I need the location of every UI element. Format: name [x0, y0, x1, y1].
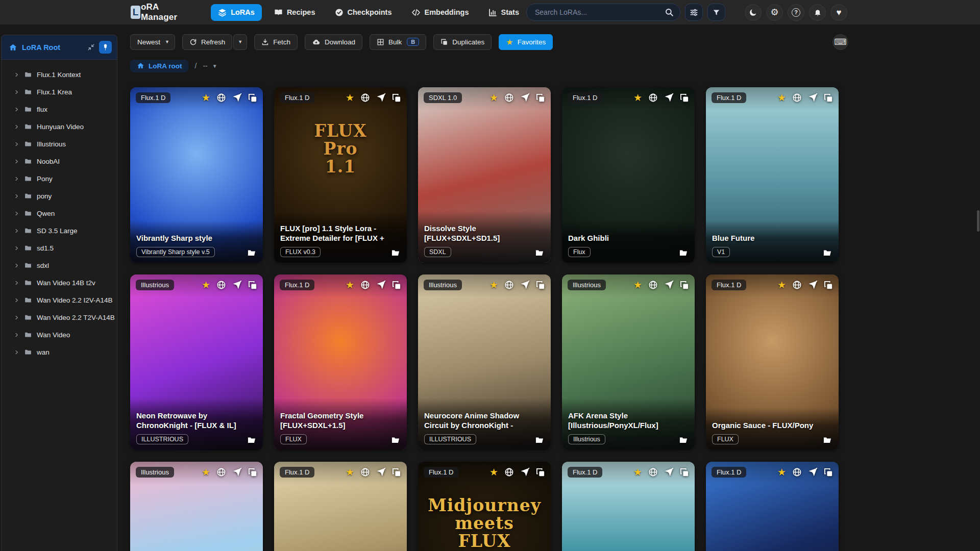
copy-icon[interactable]	[824, 281, 833, 290]
chevron-right-icon[interactable]	[14, 349, 19, 355]
open-folder-icon[interactable]	[390, 248, 401, 257]
globe-icon[interactable]	[504, 93, 514, 103]
app-logo[interactable]: L oRA Manager	[131, 2, 182, 22]
lora-card[interactable]: Flux.1 D ★	[274, 462, 407, 551]
favorite-star-icon[interactable]: ★	[202, 93, 210, 103]
keyboard-shortcuts-button[interactable]: ⌨	[832, 34, 848, 50]
globe-icon[interactable]	[792, 467, 802, 477]
sidebar-header[interactable]: LoRA Root	[2, 35, 117, 60]
favorite-star-icon[interactable]: ★	[489, 280, 498, 290]
send-icon[interactable]	[232, 93, 242, 103]
collapse-tree-icon[interactable]	[87, 43, 95, 51]
copy-icon[interactable]	[536, 93, 545, 103]
duplicates-button[interactable]: Duplicates	[433, 34, 492, 50]
download-button[interactable]: Download	[305, 34, 362, 50]
send-icon[interactable]	[376, 93, 386, 103]
copy-icon[interactable]	[392, 468, 401, 477]
tab-recipes[interactable]: Recipes	[267, 4, 323, 21]
globe-icon[interactable]	[504, 280, 514, 290]
folder-tree-item[interactable]: Pony	[2, 170, 117, 187]
chevron-right-icon[interactable]	[14, 141, 19, 147]
send-icon[interactable]	[520, 467, 530, 477]
settings-button[interactable]: ⚙	[766, 4, 783, 21]
copy-icon[interactable]	[680, 93, 689, 103]
copy-icon[interactable]	[536, 468, 545, 477]
folder-tree-item[interactable]: Illustrious	[2, 135, 117, 153]
folder-tree-item[interactable]: Qwen	[2, 205, 117, 222]
globe-icon[interactable]	[648, 467, 658, 477]
send-icon[interactable]	[808, 93, 818, 103]
folder-tree-item[interactable]: Wan Video	[2, 326, 117, 343]
copy-icon[interactable]	[824, 93, 833, 103]
open-folder-icon[interactable]	[678, 248, 689, 257]
copy-icon[interactable]	[680, 468, 689, 477]
globe-icon[interactable]	[360, 467, 370, 477]
folder-tree-item[interactable]: pony	[2, 187, 117, 205]
copy-icon[interactable]	[536, 281, 545, 290]
folder-tree-item[interactable]: wan	[2, 343, 117, 361]
lora-card[interactable]: Flux.1 D ★ Vibrantly Sharp style Vibrant…	[130, 87, 263, 263]
lora-card[interactable]: Illustrious ★ Neurocore Anime Shadow Cir…	[418, 274, 551, 450]
favorite-star-icon[interactable]: ★	[346, 93, 354, 103]
search-box[interactable]	[526, 4, 680, 21]
open-folder-icon[interactable]	[822, 248, 832, 257]
tab-loras[interactable]: LoRAs	[211, 4, 262, 21]
folder-tree-item[interactable]: Flux.1 Krea	[2, 83, 117, 101]
open-folder-icon[interactable]	[247, 248, 257, 257]
lora-card[interactable]: Flux.1 D ★ Fractal Geometry Style [FLUX+…	[274, 274, 407, 450]
favorites-filter-button[interactable]: ★ Favorites	[499, 34, 553, 50]
globe-icon[interactable]	[792, 280, 802, 290]
search-settings-button[interactable]	[685, 4, 703, 21]
open-folder-icon[interactable]	[822, 436, 832, 444]
filter-button[interactable]	[707, 4, 725, 21]
breadcrumb-folder-select[interactable]: -- ▼	[203, 62, 217, 70]
globe-icon[interactable]	[360, 93, 370, 103]
globe-icon[interactable]	[504, 467, 514, 477]
favorite-star-icon[interactable]: ★	[489, 93, 498, 103]
send-icon[interactable]	[664, 280, 674, 290]
refresh-button[interactable]: Refresh	[182, 34, 232, 50]
lora-card[interactable]: Flux.1 D ★ Dark Ghibli Flux	[562, 87, 695, 263]
lora-card[interactable]: Illustrious ★ Neon Retrowave by ChronoKn…	[130, 274, 263, 450]
open-folder-icon[interactable]	[534, 248, 545, 257]
copy-icon[interactable]	[824, 468, 833, 477]
globe-icon[interactable]	[792, 93, 802, 103]
favorite-star-icon[interactable]: ★	[633, 280, 642, 290]
globe-icon[interactable]	[648, 280, 658, 290]
chevron-right-icon[interactable]	[14, 280, 19, 286]
chevron-right-icon[interactable]	[14, 211, 19, 216]
lora-card[interactable]: Flux.1 D ★ Blue Future V1	[706, 87, 839, 263]
globe-icon[interactable]	[648, 93, 658, 103]
favorite-star-icon[interactable]: ★	[489, 467, 498, 477]
send-icon[interactable]	[520, 93, 530, 103]
support-button[interactable]: ♥	[830, 4, 847, 21]
copy-icon[interactable]	[392, 93, 401, 103]
chevron-right-icon[interactable]	[14, 176, 19, 182]
refresh-options-button[interactable]: ▼	[233, 34, 247, 50]
chevron-right-icon[interactable]	[14, 297, 19, 303]
scrollbar-thumb[interactable]	[977, 210, 979, 232]
favorite-star-icon[interactable]: ★	[777, 93, 786, 103]
send-icon[interactable]	[520, 280, 530, 290]
lora-card[interactable]: Illustrious ★	[130, 462, 263, 551]
favorite-star-icon[interactable]: ★	[633, 467, 642, 477]
chevron-right-icon[interactable]	[14, 332, 19, 338]
tab-embeddings[interactable]: Embeddings	[404, 4, 476, 21]
folder-tree-item[interactable]: Hunyuan Video	[2, 118, 117, 135]
folder-tree-item[interactable]: sdxl	[2, 257, 117, 274]
send-icon[interactable]	[664, 467, 674, 477]
favorite-star-icon[interactable]: ★	[202, 280, 210, 290]
sort-select[interactable]: Newest ▼	[130, 34, 175, 50]
folder-tree-item[interactable]: Wan Video 2.2 T2V-A14B	[2, 309, 117, 326]
chevron-right-icon[interactable]	[14, 315, 19, 320]
folder-tree-item[interactable]: Flux.1 Kontext	[2, 66, 117, 83]
folder-tree-item[interactable]: flux	[2, 101, 117, 118]
send-icon[interactable]	[664, 93, 674, 103]
notifications-button[interactable]	[809, 4, 826, 21]
globe-icon[interactable]	[360, 280, 370, 290]
tab-stats[interactable]: Stats	[481, 4, 526, 21]
copy-icon[interactable]	[248, 468, 257, 477]
send-icon[interactable]	[808, 467, 818, 477]
chevron-right-icon[interactable]	[14, 107, 19, 112]
chevron-right-icon[interactable]	[14, 124, 19, 130]
